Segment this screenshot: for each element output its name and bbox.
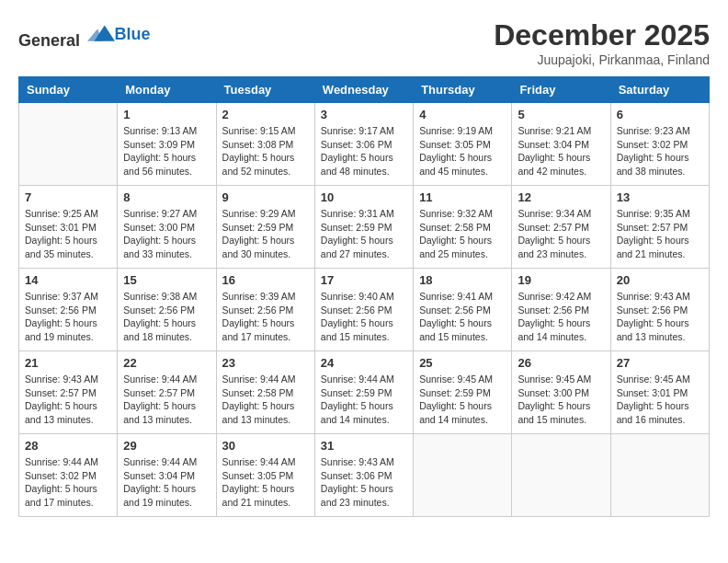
cell-date: 7 xyxy=(25,190,111,204)
cell-date: 14 xyxy=(25,273,111,287)
cell-date: 22 xyxy=(123,356,210,370)
calendar-cell: 9Sunrise: 9:29 AM Sunset: 2:59 PM Daylig… xyxy=(216,186,314,269)
calendar-cell: 19Sunrise: 9:42 AM Sunset: 2:56 PM Dayli… xyxy=(512,269,610,351)
cell-info: Sunrise: 9:17 AM Sunset: 3:06 PM Dayligh… xyxy=(321,124,407,178)
cell-date: 6 xyxy=(617,108,703,121)
calendar-cell: 29Sunrise: 9:44 AM Sunset: 3:04 PM Dayli… xyxy=(118,434,216,517)
cell-info: Sunrise: 9:23 AM Sunset: 3:02 PM Dayligh… xyxy=(617,124,703,178)
cell-date: 19 xyxy=(518,273,604,287)
cell-info: Sunrise: 9:35 AM Sunset: 2:57 PM Dayligh… xyxy=(617,207,703,261)
calendar-cell: 30Sunrise: 9:44 AM Sunset: 3:05 PM Dayli… xyxy=(216,434,314,517)
cell-info: Sunrise: 9:29 AM Sunset: 2:59 PM Dayligh… xyxy=(222,207,309,261)
calendar-cell: 16Sunrise: 9:39 AM Sunset: 2:56 PM Dayli… xyxy=(216,269,314,351)
cell-date: 21 xyxy=(25,356,111,370)
cell-date: 25 xyxy=(419,356,506,370)
cell-date: 3 xyxy=(321,108,407,121)
week-row-2: 14Sunrise: 9:37 AM Sunset: 2:56 PM Dayli… xyxy=(19,269,710,351)
calendar-cell: 28Sunrise: 9:44 AM Sunset: 3:02 PM Dayli… xyxy=(19,434,118,517)
cell-date: 13 xyxy=(617,190,703,204)
calendar-cell: 27Sunrise: 9:45 AM Sunset: 3:01 PM Dayli… xyxy=(610,351,709,434)
cell-date: 8 xyxy=(123,190,210,204)
cell-info: Sunrise: 9:25 AM Sunset: 3:01 PM Dayligh… xyxy=(25,207,111,261)
calendar-cell: 7Sunrise: 9:25 AM Sunset: 3:01 PM Daylig… xyxy=(19,186,118,269)
cell-info: Sunrise: 9:43 AM Sunset: 3:06 PM Dayligh… xyxy=(321,455,407,510)
calendar-cell: 4Sunrise: 9:19 AM Sunset: 3:05 PM Daylig… xyxy=(414,103,512,186)
calendar-cell: 25Sunrise: 9:45 AM Sunset: 2:59 PM Dayli… xyxy=(414,351,512,434)
cell-date: 5 xyxy=(518,108,604,121)
calendar-cell: 6Sunrise: 9:23 AM Sunset: 3:02 PM Daylig… xyxy=(610,103,709,186)
calendar-cell xyxy=(512,434,610,517)
cell-date: 1 xyxy=(123,108,210,121)
cell-date: 2 xyxy=(222,108,309,121)
calendar-subtitle: Juupajoki, Pirkanmaa, Finland xyxy=(494,52,710,67)
day-header-saturday: Saturday xyxy=(610,77,709,103)
calendar-cell: 26Sunrise: 9:45 AM Sunset: 3:00 PM Dayli… xyxy=(512,351,610,434)
cell-info: Sunrise: 9:44 AM Sunset: 2:58 PM Dayligh… xyxy=(222,373,309,427)
cell-date: 12 xyxy=(518,190,604,204)
cell-date: 24 xyxy=(321,356,407,370)
cell-info: Sunrise: 9:45 AM Sunset: 3:01 PM Dayligh… xyxy=(617,373,703,427)
cell-date: 29 xyxy=(123,439,210,453)
calendar-cell: 3Sunrise: 9:17 AM Sunset: 3:06 PM Daylig… xyxy=(314,103,413,186)
week-row-1: 7Sunrise: 9:25 AM Sunset: 3:01 PM Daylig… xyxy=(19,186,710,269)
calendar-cell: 15Sunrise: 9:38 AM Sunset: 2:56 PM Dayli… xyxy=(118,269,216,351)
cell-info: Sunrise: 9:21 AM Sunset: 3:04 PM Dayligh… xyxy=(518,124,604,178)
calendar-cell: 13Sunrise: 9:35 AM Sunset: 2:57 PM Dayli… xyxy=(610,186,709,269)
cell-info: Sunrise: 9:27 AM Sunset: 3:00 PM Dayligh… xyxy=(123,207,210,261)
cell-date: 16 xyxy=(222,273,309,287)
cell-date: 27 xyxy=(617,356,703,370)
cell-date: 18 xyxy=(419,273,506,287)
cell-info: Sunrise: 9:37 AM Sunset: 2:56 PM Dayligh… xyxy=(25,290,111,344)
cell-date: 23 xyxy=(222,356,309,370)
calendar-cell: 5Sunrise: 9:21 AM Sunset: 3:04 PM Daylig… xyxy=(512,103,610,186)
calendar-cell: 23Sunrise: 9:44 AM Sunset: 2:58 PM Dayli… xyxy=(216,351,314,434)
cell-date: 10 xyxy=(321,190,407,204)
cell-info: Sunrise: 9:44 AM Sunset: 3:04 PM Dayligh… xyxy=(123,455,210,510)
calendar-cell: 14Sunrise: 9:37 AM Sunset: 2:56 PM Dayli… xyxy=(19,269,118,351)
logo-text-general: General xyxy=(18,31,80,50)
calendar-cell xyxy=(414,434,512,517)
cell-date: 26 xyxy=(518,356,604,370)
cell-date: 11 xyxy=(419,190,506,204)
calendar-cell: 21Sunrise: 9:43 AM Sunset: 2:57 PM Dayli… xyxy=(19,351,118,434)
logo-icon xyxy=(87,18,115,46)
cell-date: 31 xyxy=(321,439,407,453)
cell-date: 17 xyxy=(321,273,407,287)
calendar-cell xyxy=(19,103,118,186)
cell-info: Sunrise: 9:45 AM Sunset: 3:00 PM Dayligh… xyxy=(518,373,604,427)
calendar-cell: 17Sunrise: 9:40 AM Sunset: 2:56 PM Dayli… xyxy=(314,269,413,351)
calendar-cell: 18Sunrise: 9:41 AM Sunset: 2:56 PM Dayli… xyxy=(414,269,512,351)
calendar-cell: 11Sunrise: 9:32 AM Sunset: 2:58 PM Dayli… xyxy=(414,186,512,269)
cell-info: Sunrise: 9:32 AM Sunset: 2:58 PM Dayligh… xyxy=(419,207,506,261)
calendar-cell: 10Sunrise: 9:31 AM Sunset: 2:59 PM Dayli… xyxy=(314,186,413,269)
cell-date: 20 xyxy=(617,273,703,287)
cell-info: Sunrise: 9:19 AM Sunset: 3:05 PM Dayligh… xyxy=(419,124,506,178)
cell-info: Sunrise: 9:31 AM Sunset: 2:59 PM Dayligh… xyxy=(321,207,407,261)
cell-info: Sunrise: 9:45 AM Sunset: 2:59 PM Dayligh… xyxy=(419,373,506,427)
calendar-cell: 22Sunrise: 9:44 AM Sunset: 2:57 PM Dayli… xyxy=(118,351,216,434)
cell-info: Sunrise: 9:13 AM Sunset: 3:09 PM Dayligh… xyxy=(123,124,210,178)
cell-date: 9 xyxy=(222,190,309,204)
cell-info: Sunrise: 9:42 AM Sunset: 2:56 PM Dayligh… xyxy=(518,290,604,344)
cell-info: Sunrise: 9:39 AM Sunset: 2:56 PM Dayligh… xyxy=(222,290,309,344)
day-header-thursday: Thursday xyxy=(414,77,512,103)
calendar-cell xyxy=(610,434,709,517)
cell-info: Sunrise: 9:43 AM Sunset: 2:56 PM Dayligh… xyxy=(617,290,703,344)
cell-info: Sunrise: 9:40 AM Sunset: 2:56 PM Dayligh… xyxy=(321,290,407,344)
calendar-cell: 12Sunrise: 9:34 AM Sunset: 2:57 PM Dayli… xyxy=(512,186,610,269)
cell-date: 28 xyxy=(25,439,111,453)
day-header-friday: Friday xyxy=(512,77,610,103)
cell-info: Sunrise: 9:38 AM Sunset: 2:56 PM Dayligh… xyxy=(123,290,210,344)
cell-info: Sunrise: 9:44 AM Sunset: 3:02 PM Dayligh… xyxy=(25,455,111,510)
day-header-tuesday: Tuesday xyxy=(216,77,314,103)
calendar-cell: 2Sunrise: 9:15 AM Sunset: 3:08 PM Daylig… xyxy=(216,103,314,186)
cell-info: Sunrise: 9:15 AM Sunset: 3:08 PM Dayligh… xyxy=(222,124,309,178)
week-row-4: 28Sunrise: 9:44 AM Sunset: 3:02 PM Dayli… xyxy=(19,434,710,517)
logo-text-blue: Blue xyxy=(115,25,151,43)
header: General Blue December 2025 Juupajoki, Pi… xyxy=(18,18,710,67)
cell-info: Sunrise: 9:44 AM Sunset: 2:59 PM Dayligh… xyxy=(321,373,407,427)
cell-date: 30 xyxy=(222,439,309,453)
calendar-table: SundayMondayTuesdayWednesdayThursdayFrid… xyxy=(18,76,710,517)
day-header-sunday: Sunday xyxy=(19,77,118,103)
title-area: December 2025 Juupajoki, Pirkanmaa, Finl… xyxy=(494,18,710,67)
